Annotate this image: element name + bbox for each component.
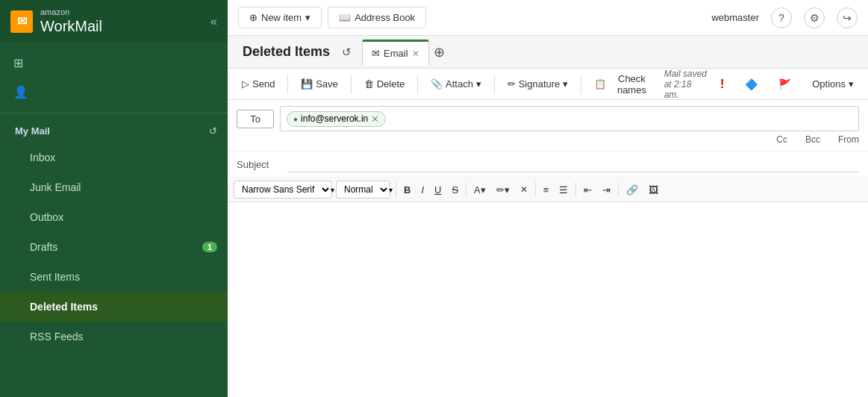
recipient-email: info@serverok.in xyxy=(301,113,368,124)
tabs-bar: Deleted Items ↺ ✉ Email ✕ ⊕ xyxy=(228,36,868,69)
subject-input[interactable] xyxy=(287,156,859,172)
drafts-badge: 1 xyxy=(202,242,217,252)
signature-button[interactable]: ✏ Signature ▾ xyxy=(499,74,577,94)
strikethrough-button[interactable]: S xyxy=(447,182,463,198)
signature-label: Signature xyxy=(519,78,561,90)
priority-low-icon[interactable]: 🔷 xyxy=(737,74,766,95)
new-item-button[interactable]: ⊕ New item ▾ xyxy=(238,7,322,28)
logout-icon-button[interactable]: ↪ xyxy=(837,7,858,28)
outbox-label: Outbox xyxy=(30,211,63,223)
delete-icon: 🗑 xyxy=(364,78,374,90)
new-item-chevron-icon: ▾ xyxy=(305,12,310,23)
from-link[interactable]: From xyxy=(838,134,859,145)
attach-button[interactable]: 📎 Attach ▾ xyxy=(422,74,490,94)
sidebar-item-rss[interactable]: RSS Feeds xyxy=(0,322,228,351)
format-sep-3 xyxy=(535,182,536,197)
save-button[interactable]: 💾 Save xyxy=(293,74,346,94)
sidebar-item-inbox[interactable]: Inbox xyxy=(0,143,228,172)
to-row: To ● info@serverok.in ✕ xyxy=(237,106,859,131)
sidebar-item-drafts[interactable]: Drafts 1 xyxy=(0,232,228,262)
cc-link[interactable]: Cc xyxy=(776,134,787,145)
subject-label: Subject xyxy=(237,159,281,170)
cc-bcc-from-row: Cc Bcc From xyxy=(237,131,859,145)
insert-link-button[interactable]: 🔗 xyxy=(622,182,643,198)
attach-label: Attach xyxy=(446,78,473,90)
send-button[interactable]: ▷ Send xyxy=(234,74,283,94)
toolbar-separator-3 xyxy=(417,75,418,94)
signature-icon: ✏ xyxy=(508,78,516,90)
save-icon: 💾 xyxy=(301,78,313,90)
email-tab-label: Email xyxy=(384,48,408,59)
recipients-section: To ● info@serverok.in ✕ Cc Bcc From xyxy=(228,100,868,151)
format-sep-1 xyxy=(396,182,396,197)
font-chevron-icon: ▾ xyxy=(331,186,334,194)
to-input-area[interactable]: ● info@serverok.in ✕ xyxy=(280,106,859,131)
compose-area: To ● info@serverok.in ✕ Cc Bcc From Subj… xyxy=(228,100,868,397)
priority-high-icon[interactable]: ! xyxy=(712,73,732,96)
send-icon: ▷ xyxy=(242,78,249,90)
refresh-icon[interactable]: ↺ xyxy=(209,125,217,137)
font-size-select[interactable]: Normal xyxy=(336,181,390,198)
contacts-icon-button[interactable]: 👤 xyxy=(0,78,228,107)
help-icon-button[interactable]: ? xyxy=(771,7,792,28)
toolbar-separator-1 xyxy=(287,75,288,94)
font-color-button[interactable]: A▾ xyxy=(469,182,490,198)
send-label: Send xyxy=(252,78,275,90)
indent-more-button[interactable]: ⇥ xyxy=(598,182,615,198)
grid-icon-button[interactable]: ⊞ xyxy=(0,49,228,78)
my-mail-section[interactable]: My Mail ↺ xyxy=(0,119,228,143)
collapse-sidebar-button[interactable]: « xyxy=(210,15,217,28)
options-chevron-icon: ▾ xyxy=(849,78,854,90)
sidebar-item-outbox[interactable]: Outbox xyxy=(0,202,228,232)
recipient-status-dot: ● xyxy=(293,115,298,123)
sidebar-nav: My Mail ↺ Inbox Junk Email Outbox Drafts… xyxy=(0,113,228,397)
italic-button[interactable]: I xyxy=(416,182,428,198)
check-names-label: Check names xyxy=(609,73,655,96)
email-body[interactable] xyxy=(228,202,868,397)
toolbar-separator-2 xyxy=(351,75,352,94)
attach-chevron-icon: ▾ xyxy=(476,78,481,90)
address-book-button[interactable]: 📖 Address Book xyxy=(328,7,426,28)
bold-button[interactable]: B xyxy=(399,182,415,198)
toolbar-separator-5 xyxy=(581,75,581,94)
indent-less-button[interactable]: ⇤ xyxy=(579,182,596,198)
delete-button[interactable]: 🗑 Delete xyxy=(356,74,413,94)
topbar: ⊕ New item ▾ 📖 Address Book webmaster ? … xyxy=(228,0,868,36)
ordered-list-button[interactable]: ≡ xyxy=(539,182,554,198)
mail-saved-status: Mail saved at 2:18 am. xyxy=(664,69,708,100)
workmail-label: WorkMail xyxy=(40,17,102,35)
logo-icon: ✉ xyxy=(10,10,33,33)
signature-chevron-icon: ▾ xyxy=(563,78,568,90)
email-tab[interactable]: ✉ Email ✕ xyxy=(362,40,429,66)
underline-button[interactable]: U xyxy=(430,182,446,198)
amazon-label: amazon xyxy=(40,7,102,17)
insert-image-button[interactable]: 🖼 xyxy=(644,182,663,198)
sidebar-icon-bar: ⊞ 👤 xyxy=(0,43,228,113)
bcc-link[interactable]: Bcc xyxy=(805,134,820,145)
format-toolbar: Narrow Sans Serif ▾ Normal ▾ B I U S A▾ … xyxy=(228,178,868,202)
format-sep-2 xyxy=(466,182,466,197)
highlight-button[interactable]: ✏▾ xyxy=(492,182,514,198)
refresh-button[interactable]: ↺ xyxy=(337,46,356,59)
settings-icon-button[interactable]: ⚙ xyxy=(804,7,825,28)
font-family-select[interactable]: Narrow Sans Serif xyxy=(234,181,332,198)
add-tab-button[interactable]: ⊕ xyxy=(429,44,449,60)
clear-format-button[interactable]: ✕ xyxy=(516,182,532,197)
toolbar-separator-4 xyxy=(494,75,495,94)
attach-icon: 📎 xyxy=(431,78,443,90)
sidebar-item-sent[interactable]: Sent Items xyxy=(0,262,228,292)
unordered-list-button[interactable]: ☰ xyxy=(555,182,572,198)
check-names-button[interactable]: 📋 Check names xyxy=(586,69,663,100)
inbox-label: Inbox xyxy=(30,151,55,163)
to-button[interactable]: To xyxy=(237,110,274,128)
flag-icon[interactable]: 🚩 xyxy=(770,74,799,95)
sidebar-item-junk[interactable]: Junk Email xyxy=(0,172,228,202)
sidebar: ✉ amazon WorkMail « ⊞ 👤 My Mail ↺ Inbox … xyxy=(0,0,228,397)
tab-close-button[interactable]: ✕ xyxy=(412,49,419,59)
sidebar-item-deleted[interactable]: Deleted Items xyxy=(0,292,228,322)
toolbar-right: Mail saved at 2:18 am. ! 🔷 🚩 Options ▾ xyxy=(664,69,862,100)
recipient-remove-button[interactable]: ✕ xyxy=(371,113,379,125)
page-title: Deleted Items xyxy=(235,44,337,60)
address-book-label: Address Book xyxy=(355,12,415,23)
options-button[interactable]: Options ▾ xyxy=(804,74,862,94)
